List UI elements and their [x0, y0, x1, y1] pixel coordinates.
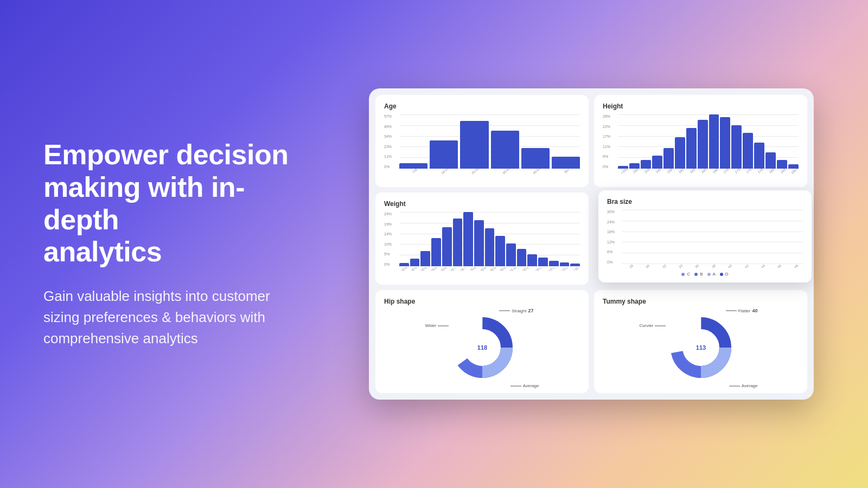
heading-line2: making with in-depth: [43, 171, 245, 235]
tummy-shape-chart-panel: Tummy shape 113: [594, 290, 807, 393]
bra-size-chart-title: Bra size: [607, 198, 803, 206]
weight-chart-title: Weight: [384, 200, 580, 208]
age-chart-panel: Age 0% 11%: [375, 95, 589, 187]
hip-shape-donut-svg: 118: [447, 312, 518, 383]
bra-size-chart-panel: Bra size 0% 6%: [598, 190, 812, 282]
hip-shape-chart-panel: Hip shape: [375, 290, 589, 393]
height-chart-area: 0% 6% 11% 17% 22% 28%: [603, 114, 799, 179]
svg-text:118: 118: [477, 344, 487, 351]
subtext: Gain valuable insights into customer siz…: [43, 286, 293, 349]
height-chart-title: Height: [603, 102, 799, 110]
bra-size-chart-area: 0% 6% 12% 18% 24% 30%: [607, 210, 803, 275]
svg-text:113: 113: [695, 344, 705, 351]
hip-shape-chart-title: Hip shape: [384, 298, 580, 305]
heading-line3: analytics: [43, 236, 162, 267]
left-panel: Empower decision making with in-depth an…: [0, 106, 336, 382]
age-chart-area: 0% 11% 23% 34% 46% 57%: [384, 114, 580, 179]
heading-line1: Empower decision: [43, 139, 288, 170]
right-panel: Age 0% 11%: [336, 67, 868, 421]
age-chart-title: Age: [384, 102, 580, 110]
charts-grid: Age 0% 11%: [375, 95, 807, 393]
weight-chart-area: 0% 5% 10% 14% 19% 24%: [384, 212, 580, 277]
hip-shape-donut-area: 118 Straight 27 Wider: [384, 310, 580, 386]
main-heading: Empower decision making with in-depth an…: [43, 139, 293, 268]
dashboard-card: Age 0% 11%: [369, 88, 814, 400]
tummy-shape-donut-area: 113 Flatter 40 Curvier: [603, 310, 799, 386]
height-chart-panel: Height 0% 6%: [594, 95, 807, 187]
tummy-shape-chart-title: Tummy shape: [603, 298, 799, 305]
weight-chart-panel: Weight 0% 5%: [375, 192, 589, 285]
tummy-shape-donut-svg: 113: [666, 312, 736, 383]
